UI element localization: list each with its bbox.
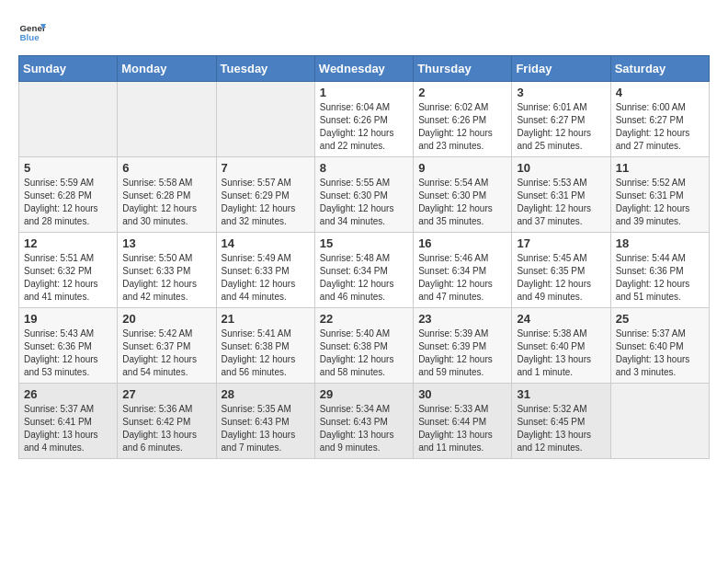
day-info: Sunrise: 5:34 AM Sunset: 6:43 PM Dayligh… [320,403,408,454]
day-info: Sunrise: 5:51 AM Sunset: 6:32 PM Dayligh… [24,252,112,304]
day-info: Sunrise: 5:38 AM Sunset: 6:40 PM Dayligh… [517,327,605,379]
day-info: Sunrise: 5:52 AM Sunset: 6:31 PM Dayligh… [616,177,704,228]
day-number: 28 [222,387,310,401]
week-row-2: 5Sunrise: 5:59 AM Sunset: 6:28 PM Daylig… [19,157,710,233]
calendar-cell: 29Sunrise: 5:34 AM Sunset: 6:43 PM Dayli… [314,384,413,459]
day-number: 29 [320,387,408,401]
day-number: 25 [616,312,704,326]
day-info: Sunrise: 5:35 AM Sunset: 6:43 PM Dayligh… [222,403,310,454]
day-info: Sunrise: 5:43 AM Sunset: 6:36 PM Dayligh… [24,327,112,379]
calendar: SundayMondayTuesdayWednesdayThursdayFrid… [18,55,710,459]
weekday-header-wednesday: Wednesday [314,56,413,82]
day-number: 21 [222,312,310,326]
day-number: 18 [616,236,704,250]
calendar-cell [118,82,216,157]
day-info: Sunrise: 5:37 AM Sunset: 6:40 PM Dayligh… [616,327,704,379]
day-number: 17 [517,236,605,250]
calendar-cell: 19Sunrise: 5:43 AM Sunset: 6:36 PM Dayli… [19,308,118,384]
day-number: 1 [320,86,408,99]
day-number: 8 [320,161,408,175]
day-info: Sunrise: 6:04 AM Sunset: 6:26 PM Dayligh… [320,101,408,153]
calendar-cell: 8Sunrise: 5:55 AM Sunset: 6:30 PM Daylig… [314,157,413,233]
day-number: 7 [222,161,310,175]
day-number: 27 [122,387,210,401]
calendar-cell: 23Sunrise: 5:39 AM Sunset: 6:39 PM Dayli… [414,308,512,384]
calendar-cell: 12Sunrise: 5:51 AM Sunset: 6:32 PM Dayli… [19,233,118,308]
day-number: 20 [122,312,210,326]
weekday-header-row: SundayMondayTuesdayWednesdayThursdayFrid… [19,56,710,82]
calendar-cell: 18Sunrise: 5:44 AM Sunset: 6:36 PM Dayli… [610,233,709,308]
calendar-cell: 25Sunrise: 5:37 AM Sunset: 6:40 PM Dayli… [610,308,709,384]
calendar-cell: 2Sunrise: 6:02 AM Sunset: 6:26 PM Daylig… [414,82,512,157]
day-number: 23 [418,312,506,326]
day-info: Sunrise: 5:33 AM Sunset: 6:44 PM Dayligh… [418,403,506,454]
calendar-cell [610,384,709,459]
day-info: Sunrise: 5:44 AM Sunset: 6:36 PM Dayligh… [616,252,704,304]
calendar-cell: 11Sunrise: 5:52 AM Sunset: 6:31 PM Dayli… [610,157,709,233]
day-info: Sunrise: 5:53 AM Sunset: 6:31 PM Dayligh… [517,177,605,228]
day-info: Sunrise: 5:49 AM Sunset: 6:33 PM Dayligh… [222,252,310,304]
weekday-header-monday: Monday [118,56,216,82]
day-number: 19 [24,312,112,326]
calendar-cell: 3Sunrise: 6:01 AM Sunset: 6:27 PM Daylig… [512,82,610,157]
calendar-cell: 7Sunrise: 5:57 AM Sunset: 6:29 PM Daylig… [216,157,314,233]
calendar-cell: 13Sunrise: 5:50 AM Sunset: 6:33 PM Dayli… [118,233,216,308]
day-info: Sunrise: 6:02 AM Sunset: 6:26 PM Dayligh… [418,101,506,153]
calendar-cell: 10Sunrise: 5:53 AM Sunset: 6:31 PM Dayli… [512,157,610,233]
calendar-cell: 17Sunrise: 5:45 AM Sunset: 6:35 PM Dayli… [512,233,610,308]
calendar-cell: 9Sunrise: 5:54 AM Sunset: 6:30 PM Daylig… [414,157,512,233]
calendar-cell: 5Sunrise: 5:59 AM Sunset: 6:28 PM Daylig… [19,157,118,233]
day-info: Sunrise: 5:58 AM Sunset: 6:28 PM Dayligh… [122,177,210,228]
day-number: 6 [122,161,210,175]
day-info: Sunrise: 5:57 AM Sunset: 6:29 PM Dayligh… [222,177,310,228]
day-number: 13 [122,236,210,250]
calendar-cell [19,82,118,157]
calendar-cell [216,82,314,157]
week-row-1: 1Sunrise: 6:04 AM Sunset: 6:26 PM Daylig… [19,82,710,157]
calendar-cell: 31Sunrise: 5:32 AM Sunset: 6:45 PM Dayli… [512,384,610,459]
day-info: Sunrise: 5:36 AM Sunset: 6:42 PM Dayligh… [122,403,210,454]
day-info: Sunrise: 6:00 AM Sunset: 6:27 PM Dayligh… [616,101,704,153]
calendar-cell: 1Sunrise: 6:04 AM Sunset: 6:26 PM Daylig… [314,82,413,157]
calendar-cell: 24Sunrise: 5:38 AM Sunset: 6:40 PM Dayli… [512,308,610,384]
day-number: 24 [517,312,605,326]
day-number: 31 [517,387,605,401]
calendar-cell: 14Sunrise: 5:49 AM Sunset: 6:33 PM Dayli… [216,233,314,308]
day-number: 16 [418,236,506,250]
day-info: Sunrise: 5:42 AM Sunset: 6:37 PM Dayligh… [122,327,210,379]
header: General Blue [18,18,710,46]
day-info: Sunrise: 5:59 AM Sunset: 6:28 PM Dayligh… [24,177,112,228]
day-number: 9 [418,161,506,175]
day-info: Sunrise: 5:45 AM Sunset: 6:35 PM Dayligh… [517,252,605,304]
day-number: 3 [517,86,605,99]
day-number: 5 [24,161,112,175]
day-info: Sunrise: 5:32 AM Sunset: 6:45 PM Dayligh… [517,403,605,454]
day-info: Sunrise: 5:40 AM Sunset: 6:38 PM Dayligh… [320,327,408,379]
week-row-5: 26Sunrise: 5:37 AM Sunset: 6:41 PM Dayli… [19,384,710,459]
calendar-cell: 20Sunrise: 5:42 AM Sunset: 6:37 PM Dayli… [118,308,216,384]
calendar-cell: 6Sunrise: 5:58 AM Sunset: 6:28 PM Daylig… [118,157,216,233]
day-number: 2 [418,86,506,99]
day-info: Sunrise: 5:46 AM Sunset: 6:34 PM Dayligh… [418,252,506,304]
day-info: Sunrise: 6:01 AM Sunset: 6:27 PM Dayligh… [517,101,605,153]
day-info: Sunrise: 5:55 AM Sunset: 6:30 PM Dayligh… [320,177,408,228]
calendar-cell: 21Sunrise: 5:41 AM Sunset: 6:38 PM Dayli… [216,308,314,384]
logo-icon: General Blue [18,18,46,46]
calendar-cell: 28Sunrise: 5:35 AM Sunset: 6:43 PM Dayli… [216,384,314,459]
calendar-cell: 27Sunrise: 5:36 AM Sunset: 6:42 PM Dayli… [118,384,216,459]
calendar-cell: 26Sunrise: 5:37 AM Sunset: 6:41 PM Dayli… [19,384,118,459]
weekday-header-thursday: Thursday [414,56,512,82]
weekday-header-saturday: Saturday [610,56,709,82]
day-info: Sunrise: 5:50 AM Sunset: 6:33 PM Dayligh… [122,252,210,304]
day-info: Sunrise: 5:39 AM Sunset: 6:39 PM Dayligh… [418,327,506,379]
calendar-cell: 4Sunrise: 6:00 AM Sunset: 6:27 PM Daylig… [610,82,709,157]
day-number: 10 [517,161,605,175]
calendar-cell: 16Sunrise: 5:46 AM Sunset: 6:34 PM Dayli… [414,233,512,308]
day-info: Sunrise: 5:37 AM Sunset: 6:41 PM Dayligh… [24,403,112,454]
weekday-header-tuesday: Tuesday [216,56,314,82]
calendar-cell: 22Sunrise: 5:40 AM Sunset: 6:38 PM Dayli… [314,308,413,384]
day-number: 11 [616,161,704,175]
calendar-cell: 30Sunrise: 5:33 AM Sunset: 6:44 PM Dayli… [414,384,512,459]
day-info: Sunrise: 5:48 AM Sunset: 6:34 PM Dayligh… [320,252,408,304]
week-row-4: 19Sunrise: 5:43 AM Sunset: 6:36 PM Dayli… [19,308,710,384]
